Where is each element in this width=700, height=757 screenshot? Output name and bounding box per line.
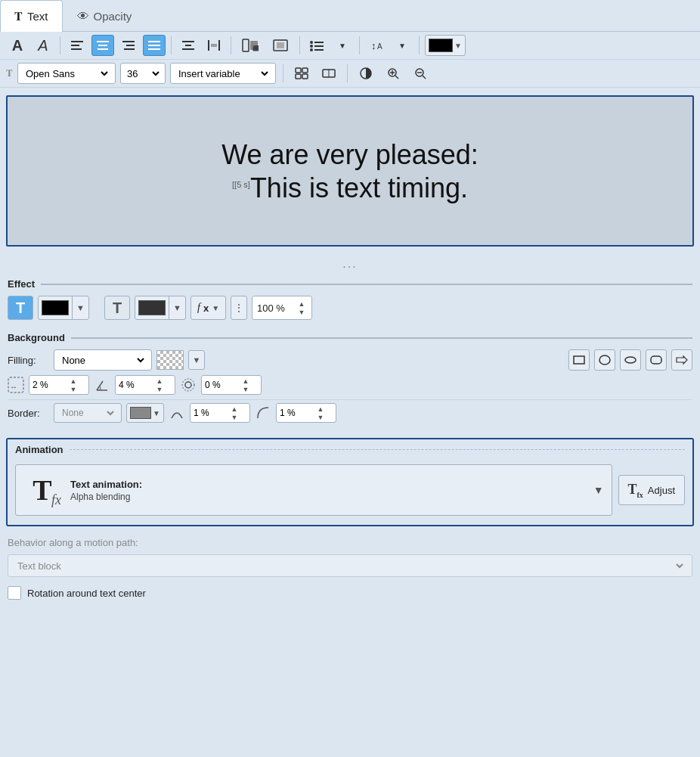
shape-rect-button[interactable] [568,349,590,371]
shape-arrow-button[interactable] [671,349,692,371]
border-select-input[interactable]: None Solid Dashed Dotted [59,407,116,419]
preview-area[interactable]: We are very pleased: [[5 s]This is text … [6,95,694,247]
border-color-box[interactable] [130,407,151,419]
insert-variable-selector[interactable]: Insert variable [170,63,276,84]
crop-button[interactable] [267,35,294,56]
preview-text-line2-content: This is text timing. [250,172,468,203]
svg-rect-48 [651,356,661,364]
spread-input[interactable]: ▲ ▼ [201,375,262,395]
filling-select-input[interactable]: None Solid Gradient Image [59,354,147,367]
italic-button[interactable]: A [32,35,54,56]
font-icon: 𝐓 [6,67,13,79]
border-label: Border: [8,408,49,419]
crop-icon [272,39,289,52]
size-value[interactable] [33,380,67,390]
outline-color-group: ▼ [135,296,186,320]
opacity-up-arrow[interactable]: ▲ [296,300,307,308]
angle-value[interactable] [119,380,153,390]
svg-rect-28 [314,49,324,51]
border-size-down[interactable]: ▼ [229,414,240,421]
layout-align-button[interactable] [317,63,340,84]
border-color-dropdown[interactable]: ▼ [153,409,160,417]
motion-select-input[interactable]: Text block Character Word [14,560,686,572]
spread-value[interactable] [205,380,239,390]
tab-text[interactable]: 𝐓 Text [0,0,63,32]
tab-opacity[interactable]: 👁 Opacity [63,0,147,32]
fill-color-box[interactable] [42,300,69,315]
border-size-input[interactable]: ▲ ▼ [190,403,250,423]
border-radius-value[interactable] [280,408,314,418]
text-color-swatch[interactable]: ▼ [425,35,466,56]
svg-rect-45 [574,356,584,364]
filling-selector[interactable]: None Solid Gradient Image [54,349,152,371]
font-selector[interactable]: Open Sans Arial Helvetica [17,63,116,84]
size-down[interactable]: ▼ [68,386,79,393]
checker-dropdown[interactable]: ▼ [188,350,205,370]
adjust-button[interactable]: Tfx Adjust [618,475,686,505]
align-right-button[interactable] [117,35,140,56]
svg-rect-0 [71,41,83,42]
list-dropdown-button[interactable]: ▼ [331,35,354,56]
border-radius-up[interactable]: ▲ [315,405,326,413]
motion-selector[interactable]: Text block Character Word [8,554,692,577]
motion-section: Behavior along a motion path: [0,532,700,551]
svg-rect-15 [208,40,209,51]
border-size-value[interactable] [194,408,228,418]
separator-1 [60,36,60,54]
animation-section: Animation T fx Text animation: Alpha ble… [6,438,694,526]
separator-7 [283,64,283,82]
angle-up[interactable]: ▲ [154,377,165,385]
spacing-button[interactable]: ↕ A [365,35,388,56]
animation-header: Animation [8,439,692,458]
opacity-down-arrow[interactable]: ▼ [296,309,307,316]
angle-input[interactable]: ▲ ▼ [115,375,175,395]
align-justify-button[interactable] [143,35,166,56]
bold-button[interactable]: A [6,35,29,56]
size-up[interactable]: ▲ [68,377,79,385]
zoom-in-button[interactable] [382,63,404,84]
outline-color-box[interactable] [138,300,166,315]
font-select-input[interactable]: Open Sans Arial Helvetica [23,67,110,80]
border-selector[interactable]: None Solid Dashed Dotted [54,403,122,423]
svg-rect-12 [182,41,194,42]
svg-rect-26 [314,45,324,47]
var-select-input[interactable]: Insert variable [175,67,271,80]
fill-color-dropdown[interactable]: ▼ [72,296,88,320]
align-center-button[interactable] [91,35,114,56]
svg-rect-3 [97,41,109,42]
spread-spin-arrows: ▲ ▼ [240,377,251,393]
fit-button[interactable]: ⬛ [237,35,264,56]
align-spread-button[interactable] [177,35,200,56]
filling-row: Filling: None Solid Gradient Image ▼ [8,349,692,371]
size-input[interactable]: ▲ ▼ [29,375,89,395]
spread-up[interactable]: ▲ [240,377,251,385]
checker-swatch[interactable] [156,350,184,370]
align-spread2-button[interactable] [203,35,225,56]
list-button[interactable] [305,35,328,56]
dots-button[interactable]: ⋮ [231,296,247,320]
border-radius-input[interactable]: ▲ ▼ [276,403,336,423]
size-select-input[interactable]: 36 12 18 24 48 [124,67,162,80]
layout-grid-button[interactable] [290,63,313,84]
spread-down[interactable]: ▼ [240,386,251,393]
shape-ellipse-button[interactable] [594,349,615,371]
spacing-dropdown-button[interactable]: ▼ [391,35,413,56]
rotation-checkbox[interactable] [8,586,21,600]
outline-color-dropdown[interactable]: ▼ [169,296,185,320]
border-size-up[interactable]: ▲ [229,405,240,413]
fx-icon: f [197,302,200,314]
text-outline-button[interactable]: T [104,296,130,320]
zoom-out-button[interactable] [409,63,432,84]
svg-text:A: A [377,42,383,51]
shape-oval-button[interactable] [620,349,641,371]
shape-rounded-button[interactable] [646,349,667,371]
size-selector[interactable]: 36 12 18 24 48 [120,63,166,84]
fx-button[interactable]: f x ▼ [190,296,226,320]
align-left-button[interactable] [66,35,88,56]
animation-dropdown[interactable]: T fx Text animation: Alpha blending ▼ [15,464,612,516]
angle-down[interactable]: ▼ [154,386,165,393]
contrast-button[interactable] [355,63,377,84]
border-radius-down[interactable]: ▼ [315,414,326,421]
text-fill-button[interactable]: T [8,296,33,320]
motion-label: Behavior along a motion path: [8,537,138,548]
